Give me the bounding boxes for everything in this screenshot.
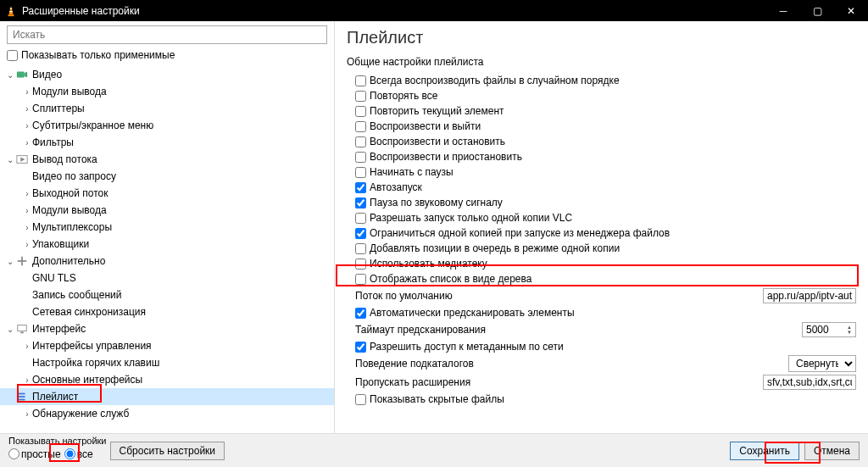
option-label: Добавлять позиции в очередь в режиме одн… xyxy=(370,242,620,254)
option-checkbox[interactable] xyxy=(355,213,366,224)
tree-item[interactable]: ⌄Вывод потока xyxy=(0,151,334,168)
show-hidden-row[interactable]: Показывать скрытые файлы xyxy=(347,392,856,407)
search-input[interactable] xyxy=(7,25,327,44)
tree-item-label: Субтитры/экранное меню xyxy=(32,120,153,131)
option-row[interactable]: Воспроизвести и приостановить xyxy=(347,149,856,164)
option-checkbox[interactable] xyxy=(355,167,366,178)
save-button[interactable]: Сохранить xyxy=(730,442,799,460)
option-row[interactable]: Ограничиться одной копией при запуске из… xyxy=(347,225,856,241)
skip-ext-input[interactable] xyxy=(763,375,856,390)
option-checkbox[interactable] xyxy=(355,259,366,270)
option-checkbox[interactable] xyxy=(355,152,366,163)
tree-item[interactable]: ›Сетевая синхронизация xyxy=(0,303,334,320)
show-hidden-checkbox[interactable] xyxy=(355,394,366,405)
skip-ext-row: Пропускать расширения xyxy=(347,373,856,392)
tree-item[interactable]: ›Настройка горячих клавиш xyxy=(0,354,334,371)
chevron-right-icon: › xyxy=(22,189,32,198)
default-stream-row: Поток по умолчанию xyxy=(347,286,856,305)
tree-item[interactable]: ›Субтитры/экранное меню xyxy=(0,117,334,134)
auto-prescan-row[interactable]: Автоматически предсканировать элементы xyxy=(347,305,856,320)
tree-item[interactable]: ›Модули вывода xyxy=(0,83,334,100)
tree-item[interactable]: ⌄Интерфейс xyxy=(0,320,334,337)
close-button[interactable]: ✕ xyxy=(834,0,868,21)
option-row[interactable]: Использовать медиатеку xyxy=(347,256,856,271)
option-checkbox[interactable] xyxy=(355,228,366,239)
allow-meta-checkbox[interactable] xyxy=(355,342,366,353)
tree-item-label: Интерфейс xyxy=(32,323,86,335)
option-checkbox[interactable] xyxy=(355,182,366,193)
tree-item[interactable]: ⌄Дополнительно xyxy=(0,253,334,270)
allow-meta-row[interactable]: Разрешить доступ к метаданным по сети xyxy=(347,339,856,354)
tree-item[interactable]: ›Запись сообщений xyxy=(0,286,334,303)
tree-item[interactable]: ›Выходной поток xyxy=(0,185,334,202)
tree-item[interactable]: ›Мультиплексоры xyxy=(0,219,334,236)
subdir-behavior-row: Поведение подкаталогов Свернуть xyxy=(347,354,856,373)
option-label: Автозапуск xyxy=(370,181,422,193)
tree-item[interactable]: ›Упаковщики xyxy=(0,236,334,253)
option-label: Использовать медиатеку xyxy=(370,258,487,270)
page-title: Плейлист xyxy=(347,28,856,47)
option-row[interactable]: Повторять все xyxy=(347,88,856,103)
option-checkbox[interactable] xyxy=(355,121,366,132)
option-row[interactable]: Повторить текущий элемент xyxy=(347,103,856,119)
tree-item[interactable]: ⌄Видео xyxy=(0,66,334,83)
tree-item-label: GNU TLS xyxy=(32,272,76,284)
option-label: Воспроизвести и выйти xyxy=(370,120,481,132)
option-checkbox[interactable] xyxy=(355,91,366,102)
option-row[interactable]: Добавлять позиции в очередь в режиме одн… xyxy=(347,241,856,256)
option-row[interactable]: Воспроизвести и остановить xyxy=(347,134,856,149)
prescan-timeout-row: Таймаут предсканирования 5000 ▲▼ xyxy=(347,320,856,339)
tree-item[interactable]: ›Фильтры xyxy=(0,134,334,151)
tree-item[interactable]: ›Плейлист xyxy=(0,388,334,405)
option-row[interactable]: Начинать с паузы xyxy=(347,164,856,180)
cancel-button[interactable]: Отмена xyxy=(804,442,860,460)
option-checkbox[interactable] xyxy=(355,274,366,285)
svg-rect-3 xyxy=(9,11,13,12)
option-checkbox[interactable] xyxy=(355,243,366,254)
reset-button[interactable]: Сбросить настройки xyxy=(110,442,225,460)
option-checkbox[interactable] xyxy=(355,136,366,147)
tree-item[interactable]: ›Основные интерфейсы xyxy=(0,371,334,388)
tree-item[interactable]: ›Сплиттеры xyxy=(0,100,334,117)
option-checkbox[interactable] xyxy=(355,75,366,86)
auto-prescan-checkbox[interactable] xyxy=(355,308,366,319)
chevron-right-icon: › xyxy=(22,240,32,249)
tree-item[interactable]: ›GNU TLS xyxy=(0,270,334,286)
svg-marker-0 xyxy=(8,5,13,14)
svg-rect-1 xyxy=(8,14,14,16)
tree-item[interactable]: ›Видео по запросу xyxy=(0,168,334,185)
maximize-button[interactable]: ▢ xyxy=(800,0,834,21)
chevron-down-icon: ⌄ xyxy=(5,325,15,334)
skip-ext-label: Пропускать расширения xyxy=(355,376,470,388)
chevron-right-icon: › xyxy=(22,206,32,215)
section-label: Общие настройки плейлиста xyxy=(347,56,856,68)
option-row[interactable]: Всегда воспроизводить файлы в случайном … xyxy=(347,73,856,88)
option-checkbox[interactable] xyxy=(355,106,366,117)
option-row[interactable]: Отображать список в виде дерева xyxy=(347,271,856,286)
radio-all[interactable]: все xyxy=(64,448,93,460)
option-row[interactable]: Разрешать запуск только одной копии VLC xyxy=(347,210,856,225)
tree-item[interactable]: ›Интерфейсы управления xyxy=(0,337,334,354)
option-row[interactable]: Воспроизвести и выйти xyxy=(347,119,856,134)
window-title: Расширенные настройки xyxy=(22,5,766,17)
tree-item-label: Мультиплексоры xyxy=(32,221,112,233)
spinner-icon[interactable]: ▲▼ xyxy=(831,325,852,335)
minimize-button[interactable]: ─ xyxy=(766,0,800,21)
radio-simple[interactable]: простые xyxy=(8,448,61,460)
chevron-right-icon: › xyxy=(22,104,32,114)
option-label: Повторить текущий элемент xyxy=(370,105,504,117)
tree-item[interactable]: ›Обнаружение служб xyxy=(0,405,334,422)
subdir-behavior-select[interactable]: Свернуть xyxy=(788,355,856,372)
tree-item-label: Плейлист xyxy=(32,391,78,403)
svg-rect-14 xyxy=(18,399,25,401)
prescan-timeout-input[interactable]: 5000 ▲▼ xyxy=(802,322,856,337)
settings-tree[interactable]: ⌄Видео›Модули вывода›Сплиттеры›Субтитры/… xyxy=(0,64,334,433)
tree-item[interactable]: ›Модули вывода xyxy=(0,202,334,219)
option-row[interactable]: Пауза по звуковому сигналу xyxy=(347,195,856,210)
option-checkbox[interactable] xyxy=(355,197,366,208)
default-stream-input[interactable] xyxy=(763,288,856,303)
option-row[interactable]: Автозапуск xyxy=(347,180,856,195)
show-applicable-checkbox[interactable]: Показывать только применимые xyxy=(0,47,334,64)
main-panel: Плейлист Общие настройки плейлиста Всегд… xyxy=(335,21,868,433)
option-label: Ограничиться одной копией при запуске из… xyxy=(370,227,670,239)
